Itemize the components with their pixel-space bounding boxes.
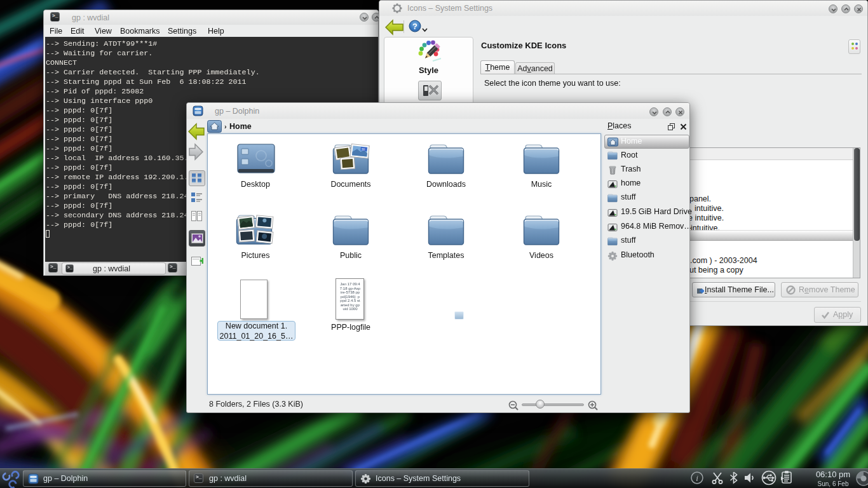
svg-text:30: 30 (361, 147, 365, 151)
svg-text:i: i (696, 473, 698, 483)
svg-text:?: ? (412, 22, 417, 31)
